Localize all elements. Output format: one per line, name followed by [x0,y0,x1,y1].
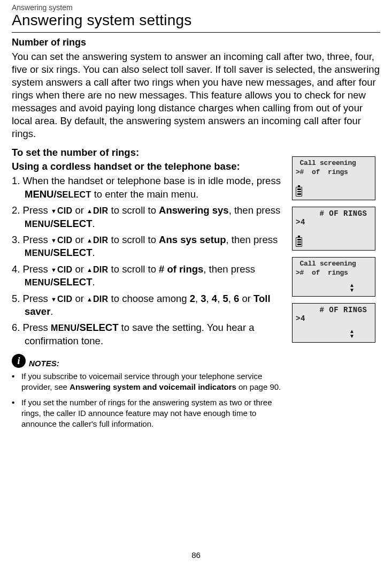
step-3: 3. Press CID or DIR to scroll to Ans sys… [12,233,285,260]
step-3-dir: DIR [93,236,108,245]
page-number: 86 [0,550,392,560]
note-2: •If you set the number of rings for the … [12,397,285,430]
subheading-device: Using a cordless handset or the telephon… [12,161,285,172]
scroll-arrows-icon: ▲▼ [350,329,353,339]
steps-list: 1. When the handset or telephone base is… [12,175,285,347]
lcd-2-line-2: >4 [296,218,372,226]
step-2-scroll: to scroll to [108,205,159,216]
section-heading: Number of rings [12,37,380,48]
note-1: •If you subscribe to voicemail service t… [12,371,285,393]
step-1-select: SELECT [57,190,91,199]
step-5-or2: or [239,293,253,304]
step-3-end: . [92,247,95,258]
step-1-text-a: When the handset or telephone base is in… [23,175,281,186]
step-2-press: Press [23,205,51,216]
step-6-press: Press [23,322,51,333]
main-content: To set the number of rings: Using a cord… [12,147,285,434]
step-3-select: /SELECT [50,247,92,258]
subheading-set-rings: To set the number of rings: [12,147,285,158]
step-4-dir: DIR [93,265,108,274]
step-4-select: /SELECT [50,276,92,288]
step-4-end: . [92,276,95,288]
lcd-3-line-1: Call screening [296,260,372,268]
step-5-end: . [50,306,53,317]
step-1-text-d: to enter the main menu. [91,188,199,200]
step-4-then: , then press [203,263,255,275]
down-arrow-icon [51,205,57,216]
down-arrow-icon [51,293,57,304]
step-6-select: /SELECT [76,322,118,333]
step-2-then: , then press [229,205,281,216]
step-5-opt-4: 4 [212,293,217,304]
step-3-then: , then press [226,234,278,245]
step-5-choose: to choose among [108,293,189,304]
scroll-arrows-icon: ▲▼ [350,283,353,293]
step-2: 2. Press CID or DIR to scroll to Answeri… [12,204,285,230]
step-4-menu: MENU [25,278,50,287]
step-2-select: /SELECT [50,218,92,229]
step-6: 6. Press MENU/SELECT to save the setting… [12,321,285,347]
notes-list: •If you subscribe to voicemail service t… [12,371,285,429]
step-5-opt-5: 5 [222,293,228,304]
notes-label: NOTES: [29,359,59,368]
up-arrow-icon [87,234,93,245]
step-2-end: . [92,218,95,229]
up-arrow-icon [87,205,93,216]
step-4-or: or [72,263,87,275]
intro-paragraph: You can set the answering system to answ… [12,50,380,140]
step-4-target: # of rings [159,263,203,275]
step-5-opt-6: 6 [234,293,239,304]
step-5-opt-3: 3 [201,293,206,304]
lcd-screen-4: # OF RINGS >4 ▲▼ [292,303,375,343]
step-5-opt-2: 2 [190,293,195,304]
lcd-screen-3: Call screening ># of rings ▲▼ [292,257,375,297]
note-1-b: Answering system and voicemail indicator… [70,382,236,391]
page-title: Answering system settings [12,12,380,29]
up-arrow-icon [87,293,93,304]
step-3-cid: CID [57,236,72,245]
down-arrow-icon [51,263,57,275]
step-3-press: Press [23,234,51,245]
step-5-or: or [72,293,87,304]
step-3-menu: MENU [25,248,50,258]
lcd-illustrations: Call screening ># of rings # OF RINGS >4… [292,147,380,434]
step-1: 1. When the handset or telephone base is… [12,175,285,201]
divider [12,32,380,33]
step-4-scroll: to scroll to [108,263,159,275]
battery-icon [296,237,302,247]
lcd-screen-1: Call screening ># of rings [292,156,375,200]
step-4-cid: CID [57,265,72,274]
lcd-2-line-1: # OF RINGS [296,209,372,218]
lcd-4-line-2: >4 [296,314,372,323]
step-5-cid: CID [57,294,72,304]
lcd-4-line-1: # OF RINGS [296,306,372,314]
step-3-target: Ans sys setup [159,234,226,245]
step-2-menu: MENU [25,220,50,229]
step-4-press: Press [23,263,51,275]
step-2-cid: CID [57,206,72,215]
step-6-menu: MENU [51,323,76,332]
lcd-screen-2: # OF RINGS >4 [292,207,375,251]
note-2-text: If you set the number of rings for the a… [21,398,272,429]
down-arrow-icon [51,234,57,245]
step-5-dir: DIR [93,294,108,304]
step-5: 5. Press CID or DIR to choose among 2, 3… [12,292,285,319]
info-icon: i [12,354,26,368]
lcd-1-line-1: Call screening [296,159,372,168]
step-3-or: or [72,234,87,245]
step-1-menu: MENU/ [25,188,57,200]
step-2-dir: DIR [93,206,108,215]
up-arrow-icon [87,263,93,275]
step-4: 4. Press CID or DIR to scroll to # of ri… [12,263,285,289]
lcd-1-line-2: ># of rings [296,168,372,177]
battery-icon [296,187,302,196]
step-5-press: Press [23,293,51,304]
lcd-3-line-2: ># of rings [296,269,372,277]
step-2-target: Answering sys [159,205,229,216]
step-2-or: or [72,205,87,216]
step-3-scroll: to scroll to [108,234,159,245]
note-1-c: on page 90. [236,382,281,391]
breadcrumb: Answering system [12,3,380,12]
